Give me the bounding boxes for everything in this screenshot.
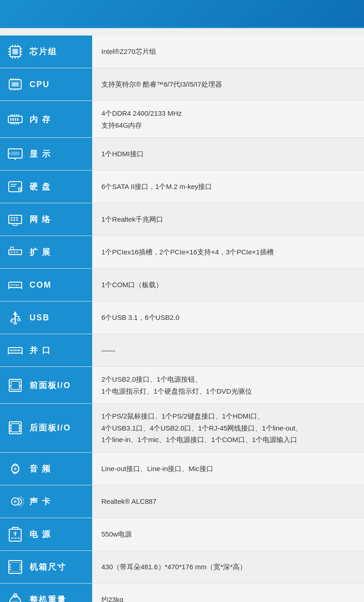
svg-rect-86	[14, 323, 17, 324]
label-cell-chassis: 机箱尺寸	[0, 550, 92, 583]
value-cell-harddisk: 6个SATA II接口，1个M.2 m-key接口	[92, 171, 364, 203]
label-cell-usb: USB	[0, 301, 92, 334]
svg-rect-1	[12, 49, 18, 54]
label-cell-soundcard: 声 卡	[0, 485, 92, 518]
table-row: 前面板I/O 2个USB2.0接口、1个电源按钮、1个电源指示灯、1个硬盘指示灯…	[0, 367, 364, 404]
value-cell-parallel: ——	[92, 334, 364, 367]
svg-point-129	[15, 595, 16, 596]
value-cell-weight: 约23kg	[92, 583, 364, 602]
svg-rect-16	[12, 83, 18, 86]
value-cell-chipset: Intel®Z270芯片组	[92, 35, 364, 68]
com-icon	[6, 275, 25, 295]
table-row: USB 6个USB 3.1，6个USB2.0	[0, 301, 364, 334]
label-text-usb: USB	[29, 313, 50, 323]
table-row: 扩 展 1个PCIex16插槽，2个PCIe×16支持×4，3个PCIe×1插槽	[0, 236, 364, 269]
label-cell-expansion: 扩 展	[0, 236, 92, 269]
table-row: 后面板I/O 1个PS/2鼠标接口、1个PS/2键盘接口、1个HDMI口、4个U…	[0, 404, 364, 453]
svg-rect-54	[11, 219, 12, 221]
table-row: 芯片组 Intel®Z270芯片组	[0, 35, 364, 68]
label-text-power: 电 源	[29, 529, 51, 540]
label-text-com: COM	[29, 280, 52, 290]
svg-rect-28	[15, 118, 16, 121]
table-row: 音 频 Line-out接口、Line-in接口、Mic接口	[0, 452, 364, 485]
table-row: CPU 支持英特尔® 酷睿™6/7代I3/I5/I7处理器	[0, 68, 364, 101]
label-text-parallel: 并 口	[29, 345, 51, 356]
table-row: 电 源 550w电源	[0, 518, 364, 550]
svg-point-47	[19, 189, 20, 189]
table-row: 硬 盘 6个SATA II接口，1个M.2 m-key接口	[0, 171, 364, 203]
specs-table: 芯片组 Intel®Z270芯片组 CPU 支持英特尔® 酷睿™6/7代I3/I…	[0, 35, 364, 602]
svg-rect-29	[17, 118, 18, 121]
label-text-reario: 后面板I/O	[29, 422, 71, 433]
svg-rect-56	[16, 219, 18, 221]
value-cell-audio: Line-out接口、Line-in接口、Mic接口	[92, 452, 364, 485]
label-cell-display: 显 示	[0, 138, 92, 171]
svg-text:KG: KG	[12, 600, 18, 602]
svg-rect-52	[13, 217, 15, 218]
memory-icon	[6, 110, 25, 129]
svg-point-71	[14, 284, 16, 286]
value-cell-reario: 1个PS/2鼠标接口、1个PS/2键盘接口、1个HDMI口、4个USB3.1口、…	[92, 404, 364, 453]
audio-icon	[6, 459, 25, 478]
harddisk-icon	[6, 177, 25, 196]
label-cell-audio: 音 频	[0, 452, 92, 485]
label-text-cpu: CPU	[29, 80, 50, 89]
chassis-icon	[6, 557, 25, 577]
value-cell-network: 1个Realtek千兆网口	[92, 203, 364, 236]
value-cell-memory: 4个DDR4 2400/2133 MHz支持64G内存	[92, 101, 364, 138]
svg-rect-103	[11, 424, 19, 432]
svg-rect-55	[13, 219, 15, 221]
reario-icon	[6, 418, 25, 437]
value-cell-usb: 6个USB 3.1，6个USB2.0	[92, 301, 364, 334]
svg-rect-51	[11, 217, 12, 218]
value-cell-frontio: 2个USB2.0接口、1个电源按钮、1个电源指示灯、1个硬盘指示灯、1个DVD光…	[92, 367, 364, 404]
value-cell-power: 550w电源	[92, 518, 364, 550]
label-text-network: 网 络	[29, 214, 51, 225]
svg-point-85	[11, 320, 12, 322]
svg-rect-82	[18, 319, 20, 321]
svg-point-113	[14, 500, 17, 503]
label-text-weight: 整机重量	[29, 594, 66, 602]
svg-rect-63	[13, 252, 15, 253]
svg-rect-50	[9, 215, 22, 224]
label-cell-harddisk: 硬 盘	[0, 171, 92, 203]
svg-rect-27	[12, 118, 14, 121]
svg-rect-26	[10, 118, 12, 121]
label-cell-com: COM	[0, 269, 92, 301]
network-icon	[6, 210, 25, 229]
display-icon	[6, 144, 25, 164]
table-row: KG 整机重量 约23kg	[0, 583, 364, 602]
svg-marker-79	[13, 312, 18, 315]
label-cell-weight: KG 整机重量	[0, 583, 92, 602]
label-text-audio: 音 频	[29, 463, 51, 474]
svg-point-70	[12, 284, 14, 286]
svg-rect-99	[11, 381, 19, 390]
label-text-harddisk: 硬 盘	[29, 181, 51, 192]
svg-rect-64	[16, 252, 18, 253]
label-text-memory: 内 存	[29, 114, 51, 125]
svg-rect-116	[11, 537, 13, 539]
parallel-icon	[6, 341, 25, 360]
expansion-icon	[6, 242, 25, 262]
label-cell-parallel: 并 口	[0, 334, 92, 367]
soundcard-icon	[6, 492, 25, 511]
label-text-soundcard: 声 卡	[29, 496, 51, 507]
table-row: 显 示 1个HDMI接口	[0, 138, 364, 171]
svg-rect-118	[18, 537, 20, 539]
value-cell-display: 1个HDMI接口	[92, 138, 364, 171]
label-text-frontio: 前面板I/O	[29, 380, 71, 391]
label-cell-chipset: 芯片组	[0, 35, 92, 68]
label-text-chipset: 芯片组	[29, 46, 57, 57]
value-cell-chassis: 430（带耳朵481.6）*470*176 mm（宽*深*高）	[92, 550, 364, 583]
svg-point-72	[16, 284, 18, 286]
table-row: 并 口 ——	[0, 334, 364, 367]
usb-icon	[6, 308, 25, 327]
table-row: 内 存 4个DDR4 2400/2133 MHz支持64G内存	[0, 101, 364, 138]
svg-rect-42	[11, 152, 19, 155]
label-cell-network: 网 络	[0, 203, 92, 236]
svg-point-73	[18, 284, 19, 286]
value-cell-com: 1个COM口（板载）	[92, 269, 364, 301]
table-row: 机箱尺寸 430（带耳朵481.6）*470*176 mm（宽*深*高）	[0, 550, 364, 583]
svg-rect-117	[14, 537, 17, 539]
svg-point-69	[11, 284, 12, 286]
